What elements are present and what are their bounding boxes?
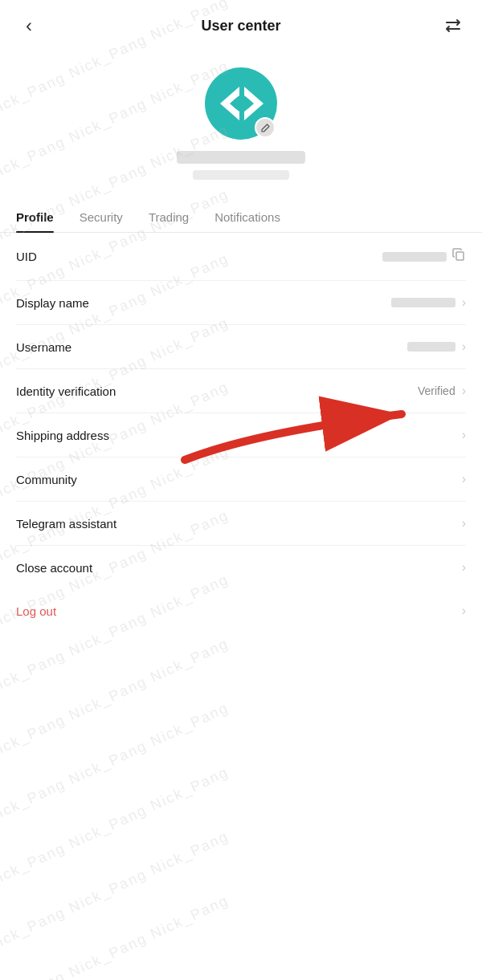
community-right: ›: [460, 472, 466, 486]
avatar-wrapper: [205, 67, 277, 140]
logout-chevron-icon: ›: [462, 604, 466, 618]
profile-name-placeholder: [177, 151, 305, 164]
list-item-identity-verification[interactable]: Identity verification Verified ›: [16, 369, 466, 413]
list-item-username[interactable]: Username ›: [16, 325, 466, 369]
tab-notifications[interactable]: Notifications: [202, 202, 293, 232]
telegram-assistant-label: Telegram assistant: [16, 517, 116, 531]
back-icon: ‹: [26, 14, 32, 37]
close-account-label: Close account: [16, 561, 92, 575]
identity-verification-right: Verified ›: [418, 384, 466, 398]
identity-verification-value: Verified: [418, 384, 455, 397]
telegram-assistant-chevron-icon: ›: [462, 516, 466, 531]
profile-sub-placeholder: [193, 170, 289, 180]
switch-button[interactable]: [440, 13, 466, 39]
shipping-address-label: Shipping address: [16, 429, 109, 442]
uid-label: UID: [16, 250, 37, 263]
community-label: Community: [16, 473, 77, 486]
display-name-value-bar: [391, 298, 455, 307]
page-title: User center: [201, 18, 280, 35]
uid-right: [382, 247, 466, 266]
back-button[interactable]: ‹: [16, 13, 42, 39]
username-chevron-icon: ›: [462, 340, 466, 354]
shipping-address-right: ›: [460, 428, 466, 442]
svg-rect-2: [236, 98, 246, 109]
tab-profile[interactable]: Profile: [13, 202, 67, 232]
avatar-edit-button[interactable]: [255, 117, 276, 138]
username-right: ›: [407, 340, 466, 354]
display-name-right: ›: [391, 295, 466, 310]
close-account-right: ›: [460, 560, 466, 575]
svg-rect-5: [456, 252, 464, 260]
shipping-address-chevron-icon: ›: [462, 428, 466, 442]
tab-trading[interactable]: Trading: [136, 202, 202, 232]
copy-icon[interactable]: [451, 247, 466, 266]
telegram-assistant-right: ›: [460, 516, 466, 531]
list-item-shipping-address[interactable]: Shipping address ›: [16, 413, 466, 457]
list-item-logout[interactable]: Log out ›: [0, 589, 482, 632]
profile-list: UID Display name › Username › Identity v…: [0, 233, 482, 589]
identity-verification-label: Identity verification: [16, 384, 116, 398]
list-item-telegram-assistant[interactable]: Telegram assistant ›: [16, 502, 466, 546]
tab-security[interactable]: Security: [67, 202, 136, 232]
list-item-uid[interactable]: UID: [16, 233, 466, 281]
identity-verification-chevron-icon: ›: [462, 384, 466, 398]
list-item-close-account[interactable]: Close account ›: [16, 546, 466, 589]
header: ‹ User center: [0, 0, 482, 51]
logout-label: Log out: [16, 604, 56, 618]
username-label: Username: [16, 340, 71, 354]
edit-icon: [260, 123, 271, 133]
username-value-bar: [407, 342, 455, 352]
display-name-label: Display name: [16, 296, 89, 310]
switch-icon: [444, 18, 462, 33]
community-chevron-icon: ›: [462, 472, 466, 486]
profile-section: [0, 51, 482, 193]
list-item-community[interactable]: Community ›: [16, 457, 466, 502]
close-account-chevron-icon: ›: [462, 560, 466, 575]
display-name-chevron-icon: ›: [462, 295, 466, 310]
uid-value-bar: [382, 252, 447, 262]
tabs-bar: Profile Security Trading Notifications: [0, 202, 482, 233]
list-item-display-name[interactable]: Display name ›: [16, 281, 466, 325]
